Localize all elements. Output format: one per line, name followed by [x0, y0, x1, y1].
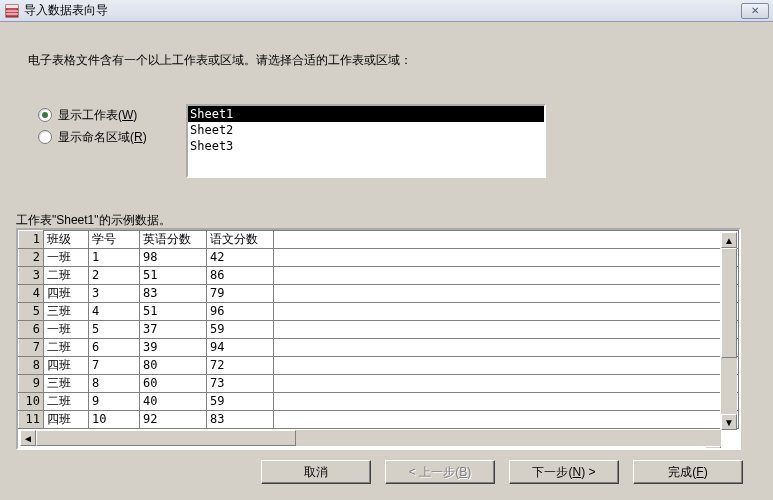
cell: 3 [89, 285, 140, 303]
row-number: 8 [19, 357, 44, 375]
row-number: 5 [19, 303, 44, 321]
scroll-left-button[interactable]: ◄ [20, 430, 36, 446]
scroll-right-button[interactable]: ► [705, 446, 721, 450]
svg-rect-1 [6, 5, 18, 8]
cell: 73 [207, 375, 274, 393]
cell: 10 [89, 411, 140, 429]
client-area: 电子表格文件含有一个以上工作表或区域。请选择合适的工作表或区域： 显示工作表(W… [0, 22, 771, 498]
scroll-thumb[interactable] [36, 430, 296, 446]
scroll-thumb[interactable] [721, 248, 737, 358]
cell: 40 [140, 393, 207, 411]
row-number: 3 [19, 267, 44, 285]
window-title: 导入数据表向导 [24, 2, 741, 19]
finish-button[interactable]: 完成(F) [633, 460, 743, 484]
row-number: 6 [19, 321, 44, 339]
sample-data-label: 工作表"Sheet1"的示例数据。 [16, 212, 171, 229]
col-spacer [274, 231, 739, 249]
table-row: 11四班109283 [19, 411, 739, 429]
cell-spacer [274, 249, 739, 267]
wizard-buttons: 取消 < 上一步(B) 下一步(N) > 完成(F) [261, 460, 743, 484]
row-number: 7 [19, 339, 44, 357]
cell: 59 [207, 393, 274, 411]
cell-spacer [274, 375, 739, 393]
cell-spacer [274, 285, 739, 303]
col-header: 语文分数 [207, 231, 274, 249]
cell: 94 [207, 339, 274, 357]
cell: 一班 [44, 249, 89, 267]
display-options: 显示工作表(W) 显示命名区域(R) [38, 104, 147, 148]
cancel-button[interactable]: 取消 [261, 460, 371, 484]
cell: 三班 [44, 303, 89, 321]
radio-dot-icon [38, 108, 52, 122]
cell: 二班 [44, 267, 89, 285]
cell: 9 [89, 393, 140, 411]
col-header: 学号 [89, 231, 140, 249]
table-row: 2一班19842 [19, 249, 739, 267]
cell: 80 [140, 357, 207, 375]
cell: 8 [89, 375, 140, 393]
cell: 86 [207, 267, 274, 285]
app-icon [4, 3, 20, 19]
cell: 四班 [44, 357, 89, 375]
cell: 92 [140, 411, 207, 429]
cell-spacer [274, 267, 739, 285]
table-row: 5三班45196 [19, 303, 739, 321]
triangle-down-icon: ▼ [724, 417, 734, 428]
cell-spacer [274, 303, 739, 321]
cell: 98 [140, 249, 207, 267]
row-number: 9 [19, 375, 44, 393]
radio-show-named-ranges-label: 显示命名区域(R) [58, 129, 147, 146]
cell: 1 [89, 249, 140, 267]
table-header-row: 1 班级 学号 英语分数 语文分数 [19, 231, 739, 249]
cell: 51 [140, 267, 207, 285]
cell-spacer [274, 339, 739, 357]
scroll-up-button[interactable]: ▲ [721, 232, 737, 248]
radio-show-named-ranges[interactable]: 显示命名区域(R) [38, 126, 147, 148]
cell-spacer [274, 393, 739, 411]
cell: 51 [140, 303, 207, 321]
cell: 37 [140, 321, 207, 339]
cell: 二班 [44, 339, 89, 357]
cell: 5 [89, 321, 140, 339]
table-row: 8四班78072 [19, 357, 739, 375]
scroll-down-button[interactable]: ▼ [721, 414, 737, 430]
col-header: 英语分数 [140, 231, 207, 249]
preview-grid: 1 班级 学号 英语分数 语文分数 2一班198423二班251864四班383… [16, 228, 741, 450]
table-row: 7二班63994 [19, 339, 739, 357]
listbox-item[interactable]: Sheet2 [188, 122, 544, 138]
back-button[interactable]: < 上一步(B) [385, 460, 495, 484]
wizard-window: 导入数据表向导 ✕ 电子表格文件含有一个以上工作表或区域。请选择合适的工作表或区… [0, 0, 773, 500]
cell: 59 [207, 321, 274, 339]
instruction-text: 电子表格文件含有一个以上工作表或区域。请选择合适的工作表或区域： [28, 52, 412, 69]
listbox-item[interactable]: Sheet3 [188, 138, 544, 154]
data-table: 1 班级 学号 英语分数 语文分数 2一班198423二班251864四班383… [18, 230, 739, 429]
close-button[interactable]: ✕ [741, 3, 769, 19]
sheet-listbox[interactable]: Sheet1 Sheet2 Sheet3 [186, 104, 546, 178]
cell: 4 [89, 303, 140, 321]
vertical-scrollbar[interactable]: ▲ ▼ [720, 232, 737, 430]
titlebar: 导入数据表向导 ✕ [0, 0, 773, 22]
cell-spacer [274, 321, 739, 339]
horizontal-scrollbar[interactable]: ◄ ► [20, 429, 721, 446]
row-number: 2 [19, 249, 44, 267]
cell: 96 [207, 303, 274, 321]
cell: 6 [89, 339, 140, 357]
table-row: 3二班25186 [19, 267, 739, 285]
cell: 四班 [44, 285, 89, 303]
triangle-up-icon: ▲ [724, 235, 734, 246]
cell-spacer [274, 411, 739, 429]
radio-show-worksheets[interactable]: 显示工作表(W) [38, 104, 147, 126]
cell: 四班 [44, 411, 89, 429]
table-row: 6一班53759 [19, 321, 739, 339]
next-button[interactable]: 下一步(N) > [509, 460, 619, 484]
cell: 42 [207, 249, 274, 267]
cell: 60 [140, 375, 207, 393]
radio-dot-icon [38, 130, 52, 144]
table-row: 10二班94059 [19, 393, 739, 411]
row-number: 11 [19, 411, 44, 429]
cell: 一班 [44, 321, 89, 339]
cell: 7 [89, 357, 140, 375]
cell: 三班 [44, 375, 89, 393]
cell-spacer [274, 357, 739, 375]
listbox-item[interactable]: Sheet1 [188, 106, 544, 122]
